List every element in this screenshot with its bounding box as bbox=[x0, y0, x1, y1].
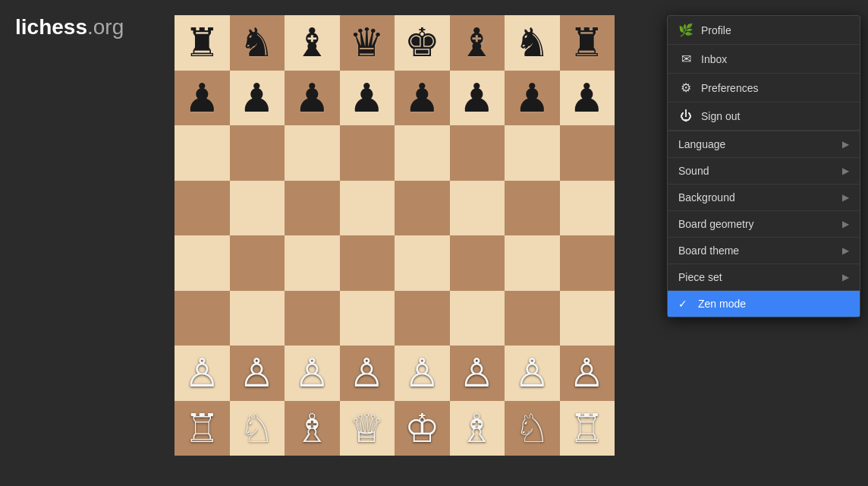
cell-2-5 bbox=[450, 125, 505, 181]
cell-1-0: ♟ bbox=[175, 71, 230, 126]
cell-6-1: ♙ bbox=[230, 346, 285, 401]
menu-item-language[interactable]: Language ▶ bbox=[668, 131, 860, 158]
chess-board: ♜♞♝♛♚♝♞♜♟♟♟♟♟♟♟♟♙♙♙♙♙♙♙♙♖♘♗♕♔♗♘♖ bbox=[175, 15, 615, 456]
cell-6-3: ♙ bbox=[340, 346, 395, 401]
cell-5-5 bbox=[450, 291, 505, 346]
dropdown-menu: 🌿 Profile ✉ Inbox ⚙ Preferences ⏻ Sign o… bbox=[667, 15, 860, 317]
cell-1-6: ♟ bbox=[505, 71, 560, 126]
cell-5-4 bbox=[395, 291, 450, 346]
inbox-label: Inbox bbox=[701, 53, 727, 65]
profile-label: Profile bbox=[701, 24, 731, 36]
cell-4-1 bbox=[230, 235, 285, 291]
cell-3-0 bbox=[175, 181, 230, 236]
cell-0-3: ♛ bbox=[340, 15, 395, 71]
cell-0-0: ♜ bbox=[175, 15, 230, 71]
gear-icon: ⚙ bbox=[678, 80, 693, 95]
cell-2-3 bbox=[340, 125, 395, 181]
language-label: Language bbox=[678, 138, 725, 150]
cell-1-7: ♟ bbox=[560, 71, 615, 126]
cell-7-3: ♕ bbox=[340, 401, 395, 456]
menu-item-background[interactable]: Background ▶ bbox=[668, 185, 860, 211]
cell-5-3 bbox=[340, 291, 395, 346]
chevron-right-icon: ▶ bbox=[842, 272, 849, 282]
cell-4-2 bbox=[285, 235, 340, 291]
cell-6-4: ♙ bbox=[395, 346, 450, 401]
cell-2-2 bbox=[285, 125, 340, 181]
menu-item-board-geometry[interactable]: Board geometry ▶ bbox=[668, 211, 860, 238]
chevron-right-icon: ▶ bbox=[842, 166, 849, 176]
cell-2-4 bbox=[395, 125, 450, 181]
cell-3-3 bbox=[340, 181, 395, 236]
menu-item-signout[interactable]: ⏻ Sign out bbox=[668, 103, 860, 131]
cell-5-2 bbox=[285, 291, 340, 346]
cell-5-7 bbox=[560, 291, 615, 346]
cell-6-6: ♙ bbox=[505, 346, 560, 401]
chess-board-container: ♜♞♝♛♚♝♞♜♟♟♟♟♟♟♟♟♙♙♙♙♙♙♙♙♖♘♗♕♔♗♘♖ bbox=[175, 15, 615, 456]
menu-item-zen-mode[interactable]: ✓ Zen mode bbox=[668, 291, 860, 317]
cell-5-6 bbox=[505, 291, 560, 346]
menu-item-inbox[interactable]: ✉ Inbox bbox=[668, 45, 860, 74]
cell-7-2: ♗ bbox=[285, 401, 340, 456]
cell-0-5: ♝ bbox=[450, 15, 505, 71]
cell-4-3 bbox=[340, 235, 395, 291]
chevron-right-icon: ▶ bbox=[842, 219, 849, 229]
cell-0-2: ♝ bbox=[285, 15, 340, 71]
cell-1-4: ♟ bbox=[395, 71, 450, 126]
cell-1-3: ♟ bbox=[340, 71, 395, 126]
cell-4-5 bbox=[450, 235, 505, 291]
cell-0-1: ♞ bbox=[230, 15, 285, 71]
cell-4-6 bbox=[505, 235, 560, 291]
menu-item-preferences[interactable]: ⚙ Preferences bbox=[668, 74, 860, 103]
cell-3-7 bbox=[560, 181, 615, 236]
cell-6-7: ♙ bbox=[560, 346, 615, 401]
cell-6-0: ♙ bbox=[175, 346, 230, 401]
logo-text: lichess.org bbox=[15, 15, 124, 39]
cell-4-7 bbox=[560, 235, 615, 291]
cell-4-4 bbox=[395, 235, 450, 291]
cell-0-7: ♜ bbox=[560, 15, 615, 71]
check-icon: ✓ bbox=[678, 298, 687, 310]
menu-item-board-theme[interactable]: Board theme ▶ bbox=[668, 238, 860, 264]
cell-6-2: ♙ bbox=[285, 346, 340, 401]
piece-set-label: Piece set bbox=[678, 271, 722, 283]
cell-0-6: ♞ bbox=[505, 15, 560, 71]
cell-7-6: ♘ bbox=[505, 401, 560, 456]
cell-3-6 bbox=[505, 181, 560, 236]
board-theme-label: Board theme bbox=[678, 245, 739, 257]
chevron-right-icon: ▶ bbox=[842, 192, 849, 203]
cell-3-1 bbox=[230, 181, 285, 236]
menu-item-sound[interactable]: Sound ▶ bbox=[668, 158, 860, 185]
logo: lichess.org bbox=[15, 15, 124, 39]
cell-2-0 bbox=[175, 125, 230, 181]
board-geometry-label: Board geometry bbox=[678, 218, 754, 230]
background-label: Background bbox=[678, 191, 735, 204]
cell-1-5: ♟ bbox=[450, 71, 505, 126]
cell-5-1 bbox=[230, 291, 285, 346]
sound-label: Sound bbox=[678, 165, 709, 177]
chevron-right-icon: ▶ bbox=[842, 245, 849, 256]
preferences-label: Preferences bbox=[701, 82, 758, 94]
cell-7-0: ♖ bbox=[175, 401, 230, 456]
cell-0-4: ♚ bbox=[395, 15, 450, 71]
cell-1-2: ♟ bbox=[285, 71, 340, 126]
cell-2-1 bbox=[230, 125, 285, 181]
cell-7-1: ♘ bbox=[230, 401, 285, 456]
leaf-icon: 🌿 bbox=[678, 23, 693, 37]
signout-label: Sign out bbox=[701, 110, 740, 122]
cell-7-5: ♗ bbox=[450, 401, 505, 456]
zen-mode-label: Zen mode bbox=[698, 298, 746, 310]
inbox-icon: ✉ bbox=[678, 52, 693, 66]
chevron-right-icon: ▶ bbox=[842, 139, 849, 150]
cell-2-6 bbox=[505, 125, 560, 181]
menu-item-piece-set[interactable]: Piece set ▶ bbox=[668, 264, 860, 291]
menu-item-profile[interactable]: 🌿 Profile bbox=[668, 16, 860, 45]
cell-6-5: ♙ bbox=[450, 346, 505, 401]
cell-3-4 bbox=[395, 181, 450, 236]
cell-4-0 bbox=[175, 235, 230, 291]
cell-5-0 bbox=[175, 291, 230, 346]
cell-7-7: ♖ bbox=[560, 401, 615, 456]
cell-2-7 bbox=[560, 125, 615, 181]
cell-3-2 bbox=[285, 181, 340, 236]
cell-1-1: ♟ bbox=[230, 71, 285, 126]
cell-3-5 bbox=[450, 181, 505, 236]
